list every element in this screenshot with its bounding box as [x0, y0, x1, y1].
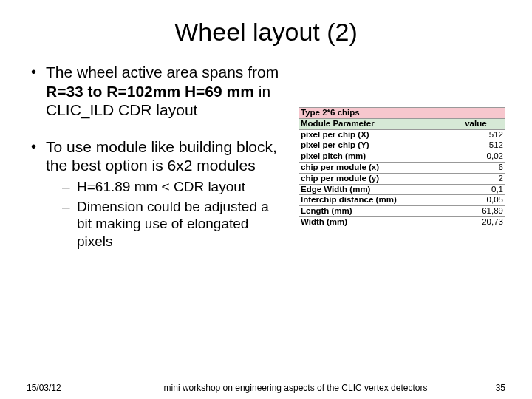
footer: 15/03/12 mini workshop on engineering as… — [27, 383, 505, 393]
value-cell: 20,73 — [463, 216, 505, 228]
table-row: chip per module (x)6 — [299, 162, 505, 173]
param-cell: chip per module (y) — [299, 173, 463, 184]
page-title: Wheel layout (2) — [27, 18, 505, 47]
table-row: chip per module (y)2 — [299, 173, 505, 184]
param-cell: Length (mm) — [299, 206, 463, 217]
bullet-list: The wheel active area spans from R=33 to… — [27, 63, 285, 250]
value-cell: 0,02 — [463, 151, 505, 163]
param-cell: Width (mm) — [299, 216, 463, 228]
sub-bullet-1: H=61.89 mm < CDR layout — [61, 178, 285, 195]
sub-bullet-list: H=61.89 mm < CDR layout Dimension could … — [46, 178, 285, 250]
param-cell: pixel per chip (Y) — [299, 140, 463, 151]
table-row: Length (mm)61,89 — [299, 206, 505, 217]
value-cell: 512 — [463, 129, 505, 140]
value-cell: 512 — [463, 140, 505, 151]
value-cell: 0,1 — [463, 184, 505, 195]
text-column: The wheel active area spans from R=33 to… — [27, 63, 285, 267]
table-row: pixel per chip (Y)512 — [299, 140, 505, 151]
footer-page-number: 35 — [461, 383, 505, 393]
table-header-row: Module Parameter value — [299, 118, 505, 129]
table-caption: Type 2*6 chips — [299, 108, 463, 119]
header-value: value — [463, 118, 505, 129]
table-row: pixel per chip (X)512 — [299, 129, 505, 140]
param-cell: Interchip distance (mm) — [299, 195, 463, 206]
value-cell: 0,05 — [463, 195, 505, 206]
table-row: pixel pitch (mm)0,02 — [299, 151, 505, 163]
bullet-1: The wheel active area spans from R=33 to… — [27, 63, 285, 120]
param-cell: Edge Width (mm) — [299, 184, 463, 195]
param-cell: pixel per chip (X) — [299, 129, 463, 140]
header-param: Module Parameter — [299, 118, 463, 129]
value-cell: 2 — [463, 173, 505, 184]
table-row: Width (mm)20,73 — [299, 216, 505, 228]
table-row: Interchip distance (mm)0,05 — [299, 195, 505, 206]
table-column: Type 2*6 chips Module Parameter value pi… — [299, 63, 505, 267]
sub-bullet-2: Dimension could be adjusted a bit making… — [61, 198, 285, 250]
parameter-table-wrap: Type 2*6 chips Module Parameter value pi… — [299, 107, 505, 228]
bullet-1-pre: The wheel active area spans from — [46, 64, 279, 81]
bullet-2-text: To use module like building block, the b… — [46, 138, 277, 174]
value-cell: 61,89 — [463, 206, 505, 217]
table-caption-row: Type 2*6 chips — [299, 108, 505, 119]
bullet-2: To use module like building block, the b… — [27, 137, 285, 250]
bullet-1-bold: R=33 to R=102mm H=69 mm — [46, 83, 254, 100]
content-columns: The wheel active area spans from R=33 to… — [27, 63, 505, 267]
param-cell: chip per module (x) — [299, 162, 463, 173]
table-row: Edge Width (mm)0,1 — [299, 184, 505, 195]
table-caption-blank — [463, 108, 505, 119]
value-cell: 6 — [463, 162, 505, 173]
param-cell: pixel pitch (mm) — [299, 151, 463, 163]
footer-caption: mini workshop on engineering aspects of … — [130, 383, 461, 393]
footer-date: 15/03/12 — [27, 383, 130, 393]
parameter-table: Type 2*6 chips Module Parameter value pi… — [299, 107, 505, 228]
